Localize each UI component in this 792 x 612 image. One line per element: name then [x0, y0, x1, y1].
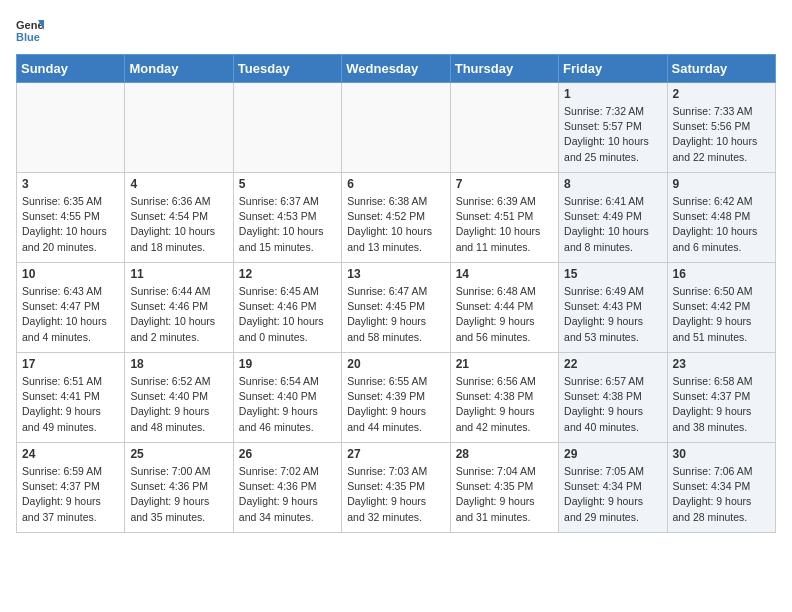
day-number: 19 — [239, 357, 336, 371]
day-header-sunday: Sunday — [17, 55, 125, 83]
day-header-friday: Friday — [559, 55, 667, 83]
day-number: 8 — [564, 177, 661, 191]
day-info: Sunrise: 6:55 AM Sunset: 4:39 PM Dayligh… — [347, 374, 444, 435]
day-info: Sunrise: 6:47 AM Sunset: 4:45 PM Dayligh… — [347, 284, 444, 345]
day-number: 21 — [456, 357, 553, 371]
calendar-cell — [342, 83, 450, 173]
calendar-cell: 14Sunrise: 6:48 AM Sunset: 4:44 PM Dayli… — [450, 263, 558, 353]
calendar-cell: 26Sunrise: 7:02 AM Sunset: 4:36 PM Dayli… — [233, 443, 341, 533]
calendar-cell: 2Sunrise: 7:33 AM Sunset: 5:56 PM Daylig… — [667, 83, 775, 173]
calendar-week-5: 24Sunrise: 6:59 AM Sunset: 4:37 PM Dayli… — [17, 443, 776, 533]
day-info: Sunrise: 6:59 AM Sunset: 4:37 PM Dayligh… — [22, 464, 119, 525]
day-number: 30 — [673, 447, 770, 461]
calendar-cell: 9Sunrise: 6:42 AM Sunset: 4:48 PM Daylig… — [667, 173, 775, 263]
day-info: Sunrise: 7:05 AM Sunset: 4:34 PM Dayligh… — [564, 464, 661, 525]
calendar-cell: 23Sunrise: 6:58 AM Sunset: 4:37 PM Dayli… — [667, 353, 775, 443]
calendar-cell: 3Sunrise: 6:35 AM Sunset: 4:55 PM Daylig… — [17, 173, 125, 263]
day-info: Sunrise: 6:56 AM Sunset: 4:38 PM Dayligh… — [456, 374, 553, 435]
day-info: Sunrise: 7:06 AM Sunset: 4:34 PM Dayligh… — [673, 464, 770, 525]
calendar-cell: 27Sunrise: 7:03 AM Sunset: 4:35 PM Dayli… — [342, 443, 450, 533]
day-number: 7 — [456, 177, 553, 191]
svg-text:Blue: Blue — [16, 31, 40, 43]
day-number: 29 — [564, 447, 661, 461]
day-number: 11 — [130, 267, 227, 281]
day-number: 22 — [564, 357, 661, 371]
day-info: Sunrise: 6:42 AM Sunset: 4:48 PM Dayligh… — [673, 194, 770, 255]
day-info: Sunrise: 6:41 AM Sunset: 4:49 PM Dayligh… — [564, 194, 661, 255]
calendar-cell: 11Sunrise: 6:44 AM Sunset: 4:46 PM Dayli… — [125, 263, 233, 353]
calendar-cell: 13Sunrise: 6:47 AM Sunset: 4:45 PM Dayli… — [342, 263, 450, 353]
day-info: Sunrise: 6:36 AM Sunset: 4:54 PM Dayligh… — [130, 194, 227, 255]
calendar-cell: 22Sunrise: 6:57 AM Sunset: 4:38 PM Dayli… — [559, 353, 667, 443]
day-info: Sunrise: 6:54 AM Sunset: 4:40 PM Dayligh… — [239, 374, 336, 435]
day-info: Sunrise: 7:33 AM Sunset: 5:56 PM Dayligh… — [673, 104, 770, 165]
calendar-cell: 20Sunrise: 6:55 AM Sunset: 4:39 PM Dayli… — [342, 353, 450, 443]
calendar-cell: 1Sunrise: 7:32 AM Sunset: 5:57 PM Daylig… — [559, 83, 667, 173]
day-info: Sunrise: 7:32 AM Sunset: 5:57 PM Dayligh… — [564, 104, 661, 165]
calendar-cell: 10Sunrise: 6:43 AM Sunset: 4:47 PM Dayli… — [17, 263, 125, 353]
calendar-cell: 18Sunrise: 6:52 AM Sunset: 4:40 PM Dayli… — [125, 353, 233, 443]
day-info: Sunrise: 6:48 AM Sunset: 4:44 PM Dayligh… — [456, 284, 553, 345]
day-info: Sunrise: 6:43 AM Sunset: 4:47 PM Dayligh… — [22, 284, 119, 345]
day-info: Sunrise: 6:50 AM Sunset: 4:42 PM Dayligh… — [673, 284, 770, 345]
day-number: 24 — [22, 447, 119, 461]
day-number: 2 — [673, 87, 770, 101]
day-number: 25 — [130, 447, 227, 461]
calendar-cell: 6Sunrise: 6:38 AM Sunset: 4:52 PM Daylig… — [342, 173, 450, 263]
logo-icon: General Blue — [16, 16, 44, 44]
day-header-saturday: Saturday — [667, 55, 775, 83]
day-header-thursday: Thursday — [450, 55, 558, 83]
calendar-cell: 7Sunrise: 6:39 AM Sunset: 4:51 PM Daylig… — [450, 173, 558, 263]
day-number: 3 — [22, 177, 119, 191]
day-number: 20 — [347, 357, 444, 371]
calendar-cell — [125, 83, 233, 173]
day-info: Sunrise: 7:03 AM Sunset: 4:35 PM Dayligh… — [347, 464, 444, 525]
day-number: 9 — [673, 177, 770, 191]
day-number: 27 — [347, 447, 444, 461]
day-header-wednesday: Wednesday — [342, 55, 450, 83]
calendar-header-row: SundayMondayTuesdayWednesdayThursdayFrid… — [17, 55, 776, 83]
day-number: 14 — [456, 267, 553, 281]
calendar-cell: 21Sunrise: 6:56 AM Sunset: 4:38 PM Dayli… — [450, 353, 558, 443]
logo: General Blue — [16, 16, 44, 44]
day-number: 16 — [673, 267, 770, 281]
calendar-week-1: 1Sunrise: 7:32 AM Sunset: 5:57 PM Daylig… — [17, 83, 776, 173]
day-info: Sunrise: 6:35 AM Sunset: 4:55 PM Dayligh… — [22, 194, 119, 255]
day-number: 12 — [239, 267, 336, 281]
day-number: 1 — [564, 87, 661, 101]
day-number: 13 — [347, 267, 444, 281]
calendar-cell: 17Sunrise: 6:51 AM Sunset: 4:41 PM Dayli… — [17, 353, 125, 443]
calendar-cell: 24Sunrise: 6:59 AM Sunset: 4:37 PM Dayli… — [17, 443, 125, 533]
day-info: Sunrise: 6:51 AM Sunset: 4:41 PM Dayligh… — [22, 374, 119, 435]
day-info: Sunrise: 6:57 AM Sunset: 4:38 PM Dayligh… — [564, 374, 661, 435]
calendar-cell: 16Sunrise: 6:50 AM Sunset: 4:42 PM Dayli… — [667, 263, 775, 353]
day-number: 15 — [564, 267, 661, 281]
calendar-table: SundayMondayTuesdayWednesdayThursdayFrid… — [16, 54, 776, 533]
day-info: Sunrise: 6:38 AM Sunset: 4:52 PM Dayligh… — [347, 194, 444, 255]
calendar-week-4: 17Sunrise: 6:51 AM Sunset: 4:41 PM Dayli… — [17, 353, 776, 443]
day-info: Sunrise: 6:58 AM Sunset: 4:37 PM Dayligh… — [673, 374, 770, 435]
day-header-tuesday: Tuesday — [233, 55, 341, 83]
day-info: Sunrise: 7:04 AM Sunset: 4:35 PM Dayligh… — [456, 464, 553, 525]
day-info: Sunrise: 6:44 AM Sunset: 4:46 PM Dayligh… — [130, 284, 227, 345]
day-info: Sunrise: 6:37 AM Sunset: 4:53 PM Dayligh… — [239, 194, 336, 255]
day-number: 4 — [130, 177, 227, 191]
day-info: Sunrise: 7:02 AM Sunset: 4:36 PM Dayligh… — [239, 464, 336, 525]
calendar-cell — [450, 83, 558, 173]
calendar-cell: 4Sunrise: 6:36 AM Sunset: 4:54 PM Daylig… — [125, 173, 233, 263]
day-number: 5 — [239, 177, 336, 191]
calendar-cell: 5Sunrise: 6:37 AM Sunset: 4:53 PM Daylig… — [233, 173, 341, 263]
day-header-monday: Monday — [125, 55, 233, 83]
day-number: 23 — [673, 357, 770, 371]
calendar-cell: 15Sunrise: 6:49 AM Sunset: 4:43 PM Dayli… — [559, 263, 667, 353]
calendar-cell: 19Sunrise: 6:54 AM Sunset: 4:40 PM Dayli… — [233, 353, 341, 443]
day-info: Sunrise: 6:39 AM Sunset: 4:51 PM Dayligh… — [456, 194, 553, 255]
day-number: 18 — [130, 357, 227, 371]
day-info: Sunrise: 7:00 AM Sunset: 4:36 PM Dayligh… — [130, 464, 227, 525]
day-info: Sunrise: 6:52 AM Sunset: 4:40 PM Dayligh… — [130, 374, 227, 435]
day-info: Sunrise: 6:49 AM Sunset: 4:43 PM Dayligh… — [564, 284, 661, 345]
calendar-cell: 30Sunrise: 7:06 AM Sunset: 4:34 PM Dayli… — [667, 443, 775, 533]
day-number: 17 — [22, 357, 119, 371]
calendar-cell: 8Sunrise: 6:41 AM Sunset: 4:49 PM Daylig… — [559, 173, 667, 263]
calendar-cell: 29Sunrise: 7:05 AM Sunset: 4:34 PM Dayli… — [559, 443, 667, 533]
